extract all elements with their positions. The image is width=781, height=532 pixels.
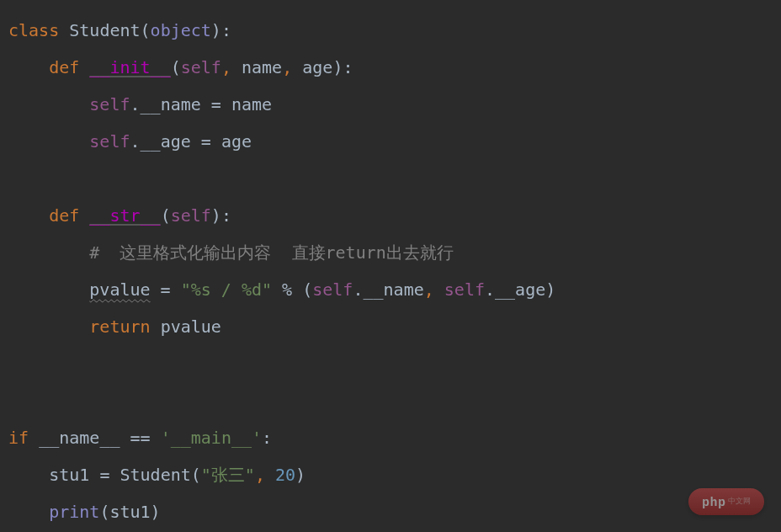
assign: = <box>89 465 120 485</box>
self-ref: self <box>444 279 485 300</box>
param-name: name <box>242 57 282 77</box>
assign: = <box>151 279 181 300</box>
indent <box>8 242 89 263</box>
name-literal: "张三" <box>201 465 255 485</box>
code-line-14[interactable]: print(stu1) <box>8 493 773 530</box>
paren-close: ) <box>295 465 305 485</box>
paren-close: ) <box>151 502 161 522</box>
attr-age: __age <box>141 131 191 152</box>
keyword-def: def <box>49 57 79 77</box>
paren-close: ) <box>211 20 221 40</box>
main-string: '__main__' <box>161 428 262 448</box>
builtin-object: object <box>151 20 211 40</box>
param-self: self <box>181 57 221 77</box>
method-str: __str__ <box>89 205 160 226</box>
comma: , <box>282 57 292 77</box>
indent <box>8 94 89 114</box>
watermark-sub: 中文网 <box>728 493 751 510</box>
code-line-9[interactable]: return pvalue <box>8 308 773 345</box>
indent <box>8 57 49 77</box>
param-age: age <box>302 57 332 77</box>
keyword-if: if <box>8 428 29 448</box>
var-pvalue: pvalue <box>89 279 150 300</box>
var-stu1: stu1 <box>109 502 150 522</box>
comma: , <box>255 465 265 485</box>
code-line-3[interactable]: self.__name = name <box>8 86 773 123</box>
indent <box>8 279 89 300</box>
paren-open: ( <box>99 502 109 522</box>
format-string: "%s / %d" <box>181 279 272 300</box>
colon: : <box>221 20 231 40</box>
paren-close: ) <box>332 57 343 77</box>
php-watermark: php中文网 <box>688 488 764 515</box>
comma: , <box>424 279 434 300</box>
param-self: self <box>171 205 211 226</box>
dot: . <box>130 94 141 114</box>
eq-op: == <box>120 428 160 448</box>
class-name: Student <box>69 20 140 40</box>
self-ref: self <box>312 279 353 300</box>
dot: . <box>353 279 363 300</box>
keyword-return: return <box>89 317 150 337</box>
assign: = <box>201 94 231 114</box>
value-age: age <box>221 131 252 152</box>
paren-open: ( <box>161 205 171 226</box>
code-line-7[interactable]: # 这里格式化输出内容 直接return出去就行 <box>8 234 773 271</box>
code-line-blank[interactable] <box>8 160 773 197</box>
indent <box>8 131 89 152</box>
indent <box>8 317 89 337</box>
indent <box>8 205 49 226</box>
colon: : <box>262 428 272 448</box>
code-editor[interactable]: class Student(object): def __init__(self… <box>8 12 773 530</box>
code-line-blank[interactable] <box>8 382 773 419</box>
code-line-12[interactable]: if __name__ == '__main__': <box>8 419 773 456</box>
var-pvalue: pvalue <box>161 317 221 337</box>
self-ref: self <box>89 131 130 152</box>
code-line-13[interactable]: stu1 = Student("张三", 20) <box>8 456 773 493</box>
keyword-class: class <box>8 20 59 40</box>
assign: = <box>191 131 221 152</box>
paren-open: ( <box>171 57 181 77</box>
dot: . <box>130 131 141 152</box>
code-line-4[interactable]: self.__age = age <box>8 123 773 160</box>
dot: . <box>485 279 495 300</box>
paren-close: ) <box>211 205 221 226</box>
colon: : <box>343 57 353 77</box>
indent <box>8 465 49 485</box>
code-line-6[interactable]: def __str__(self): <box>8 197 773 234</box>
paren-open: ( <box>141 20 151 40</box>
age-literal: 20 <box>275 465 295 485</box>
paren-close: ) <box>545 279 555 300</box>
value-name: name <box>231 94 272 114</box>
paren-open: ( <box>191 465 201 485</box>
var-stu1: stu1 <box>49 465 89 485</box>
attr-age: __age <box>495 279 545 300</box>
self-ref: self <box>89 94 130 114</box>
attr-name: __name <box>141 94 201 114</box>
method-init: __init__ <box>89 57 170 77</box>
keyword-def: def <box>49 205 79 226</box>
indent <box>8 502 49 522</box>
code-line-1[interactable]: class Student(object): <box>8 12 773 49</box>
attr-name: __name <box>363 279 423 300</box>
percent-op: % <box>272 279 302 300</box>
paren-open: ( <box>302 279 312 300</box>
colon: : <box>221 205 231 226</box>
comment: # 这里格式化输出内容 直接return出去就行 <box>89 242 453 263</box>
watermark-main: php <box>702 489 726 515</box>
code-line-2[interactable]: def __init__(self, name, age): <box>8 49 773 86</box>
class-call: Student <box>120 465 190 485</box>
comma: , <box>221 57 231 77</box>
dunder-name: __name__ <box>39 428 120 448</box>
builtin-print: print <box>49 502 99 522</box>
code-line-blank[interactable] <box>8 345 773 382</box>
code-line-8[interactable]: pvalue = "%s / %d" % (self.__name, self.… <box>8 271 773 308</box>
